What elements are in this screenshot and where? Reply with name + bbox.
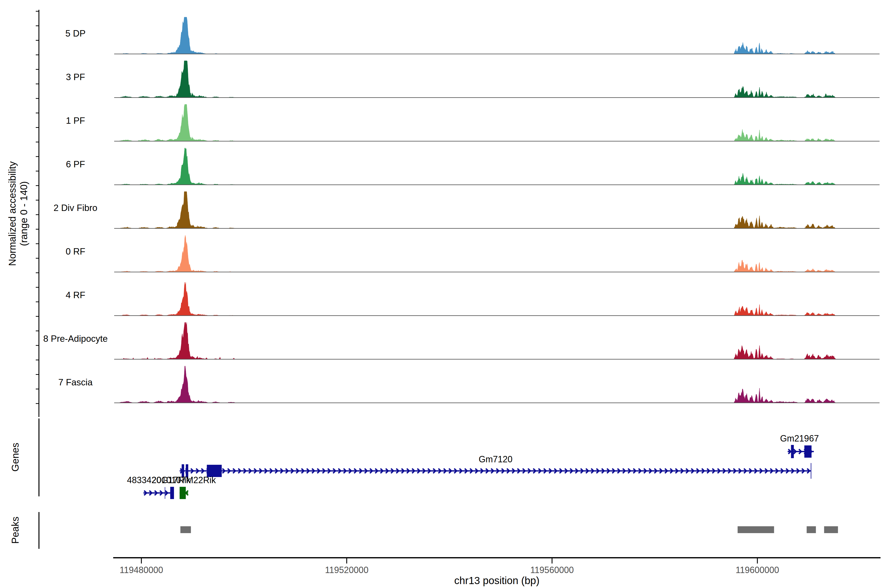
y-axis-tick	[36, 330, 39, 331]
gene-end-tick	[811, 463, 811, 479]
track-label: 6 PF	[19, 159, 132, 170]
gene-name-label: Gm7120	[427, 454, 564, 465]
y-axis-tick	[36, 302, 39, 302]
y-axis-tick	[36, 360, 39, 360]
x-axis-tick	[346, 558, 347, 564]
y-axis-tick	[36, 287, 39, 288]
coverage-signal-1-pf	[114, 104, 879, 141]
y-axis-tick	[36, 258, 39, 259]
y-axis-tick	[36, 185, 39, 186]
coverage-signal-4-rf	[114, 282, 879, 315]
peak-region	[180, 526, 191, 533]
x-tick-label: 119480000	[105, 565, 178, 575]
coverage-signal-0-rf	[114, 235, 879, 272]
track-label: 0 RF	[19, 246, 132, 257]
y-axis-tick	[36, 69, 39, 70]
y-axis-tick	[36, 403, 39, 404]
gene-thin-exon	[791, 445, 794, 458]
coverage-signal-3-pf	[114, 61, 879, 98]
y-axis-tick	[36, 40, 39, 40]
y-axis-tick	[36, 84, 39, 84]
x-axis-title: chr13 position (bp)	[387, 575, 607, 586]
x-axis-tick	[757, 558, 758, 564]
track-label: 1 PF	[19, 116, 132, 126]
gene-transcript-line	[180, 470, 811, 471]
gene-name-label: 2010107M22Rik	[115, 475, 252, 485]
track-baseline	[114, 359, 879, 359]
track-label: 8 Pre-Adipocyte	[19, 334, 132, 344]
track-baseline	[114, 141, 879, 141]
track-label: 4 RF	[19, 290, 132, 300]
peaks-section-label: Peaks	[10, 516, 21, 544]
gene-boundary-tick	[165, 487, 165, 499]
track-baseline	[114, 54, 879, 54]
y-axis-label-line1: Normalized accessibility	[7, 162, 18, 266]
y-axis-tick	[36, 142, 39, 142]
x-axis-tick	[552, 558, 552, 564]
track-baseline	[114, 315, 879, 316]
genome-browser-figure: Normalized accessibility (range 0 - 140)…	[0, 0, 882, 588]
y-axis-tick	[36, 98, 39, 99]
y-axis-tick	[36, 11, 39, 12]
y-axis-tick	[36, 273, 39, 273]
y-axis-tick	[36, 345, 39, 346]
gene-exon	[804, 446, 812, 458]
y-axis-tick	[36, 113, 39, 113]
track-baseline	[114, 97, 879, 98]
y-axis-tick	[36, 243, 39, 244]
track-label: 3 PF	[19, 72, 132, 82]
peak-region	[807, 526, 816, 533]
track-label: 2 Div Fibro	[19, 203, 132, 213]
track-baseline	[114, 184, 879, 185]
coverage-signal-2-div-fibro	[114, 192, 879, 228]
y-axis-tick	[36, 374, 39, 375]
peak-region	[738, 526, 774, 533]
track-label: 5 DP	[19, 28, 132, 39]
genes-bracket-line	[39, 418, 39, 496]
gene-transcript-line	[143, 492, 174, 494]
peak-region	[824, 526, 838, 533]
gene-exon	[170, 487, 174, 499]
peaks-bracket-line	[39, 512, 39, 549]
coverage-signal-5-dp	[114, 17, 879, 54]
x-tick-label: 119600000	[720, 565, 794, 575]
y-axis-tick	[36, 214, 39, 215]
y-axis-tick	[36, 171, 39, 171]
x-axis-line	[113, 557, 880, 558]
y-axis-tick	[36, 229, 39, 230]
coverage-signal-8-pre-adipocyte	[114, 322, 879, 359]
coverage-signal-7-fascia	[114, 366, 879, 403]
y-axis-tick	[36, 54, 39, 55]
y-axis-tick	[36, 156, 39, 157]
track-baseline	[114, 228, 879, 229]
tracks-canvas	[0, 0, 882, 588]
y-axis-tick	[36, 200, 39, 200]
y-axis-tick	[36, 316, 39, 317]
x-axis-tick	[141, 558, 142, 564]
gene-name-label: Gm21967	[731, 434, 868, 444]
x-tick-label: 119520000	[310, 565, 383, 575]
track-label: 7 Fascia	[19, 377, 132, 388]
genes-section-label: Genes	[10, 443, 21, 472]
coverage-signal-6-pf	[114, 148, 879, 185]
x-tick-label: 119560000	[515, 565, 589, 575]
track-baseline	[114, 402, 879, 403]
y-axis-tick	[36, 26, 39, 26]
y-axis-line	[39, 10, 39, 417]
track-baseline	[114, 272, 879, 272]
gene-exon	[180, 487, 186, 499]
y-axis-tick	[36, 127, 39, 128]
y-axis-tick	[36, 388, 39, 389]
